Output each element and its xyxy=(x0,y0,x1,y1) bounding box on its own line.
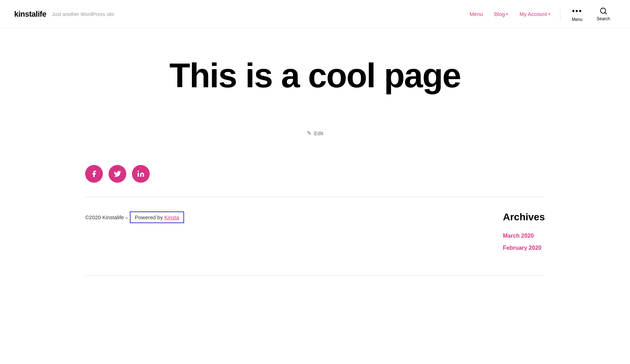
footer-left: ©2020 Kinstalife – Powered by Kinsta xyxy=(85,211,184,223)
svg-line-1 xyxy=(605,12,606,14)
edit-label: Edit xyxy=(314,130,324,136)
footer-bottom-divider xyxy=(85,275,545,276)
twitter-button[interactable] xyxy=(109,165,126,183)
main-content: This is a cool page ✎ Edit xyxy=(0,28,630,151)
header-left: kinstalife Just another WordPress site xyxy=(14,10,114,19)
powered-by-box: Powered by Kinsta xyxy=(130,211,184,223)
copyright-text: ©2020 Kinstalife – xyxy=(85,214,128,220)
powered-by-text: Powered by Kinsta xyxy=(135,214,179,220)
facebook-icon xyxy=(90,170,98,178)
archive-february-2020[interactable]: February 2020 xyxy=(503,245,545,251)
svg-point-2 xyxy=(138,170,139,172)
menu-icon-button[interactable]: ••• Menu xyxy=(566,4,588,25)
archives-title: Archives xyxy=(503,211,545,223)
nav-account-label: My Account xyxy=(519,11,547,17)
site-tagline: Just another WordPress site xyxy=(52,11,114,17)
footer-bottom: ©2020 Kinstalife – Powered by Kinsta Arc… xyxy=(85,211,545,268)
archive-march-2020[interactable]: March 2020 xyxy=(503,233,545,239)
facebook-button[interactable] xyxy=(85,165,103,183)
header-divider xyxy=(560,7,560,21)
footer-right: Archives March 2020 February 2020 xyxy=(503,211,545,254)
nav-blog[interactable]: Blog ▾ xyxy=(490,8,512,20)
nav-blog-label: Blog xyxy=(494,11,505,17)
search-label: Search xyxy=(597,16,610,21)
twitter-icon xyxy=(114,170,121,178)
footer-divider xyxy=(85,197,545,197)
search-icon xyxy=(599,7,607,15)
site-logo[interactable]: kinstalife xyxy=(14,10,46,19)
footer-section: ©2020 Kinstalife – Powered by Kinsta Arc… xyxy=(0,151,630,290)
nav-my-account[interactable]: My Account ▾ xyxy=(515,8,554,20)
edit-link[interactable]: ✎ Edit xyxy=(307,130,324,137)
nav-menu-label: Menu xyxy=(470,11,483,17)
page-title: This is a cool page xyxy=(170,57,461,94)
main-nav: Menu Blog ▾ My Account ▾ ••• Menu Search xyxy=(465,4,616,25)
nav-menu[interactable]: Menu xyxy=(465,8,487,20)
account-chevron-icon: ▾ xyxy=(548,12,550,16)
social-icons xyxy=(85,165,545,183)
menu-icon-label: Menu xyxy=(572,17,582,22)
linkedin-icon xyxy=(137,170,145,178)
dots-icon: ••• xyxy=(572,6,582,16)
blog-chevron-icon: ▾ xyxy=(506,12,508,16)
site-header: kinstalife Just another WordPress site M… xyxy=(0,0,630,28)
edit-icon: ✎ xyxy=(307,130,311,137)
linkedin-button[interactable] xyxy=(132,165,150,183)
kinsta-link[interactable]: Kinsta xyxy=(164,214,179,220)
search-button[interactable]: Search xyxy=(591,4,616,24)
